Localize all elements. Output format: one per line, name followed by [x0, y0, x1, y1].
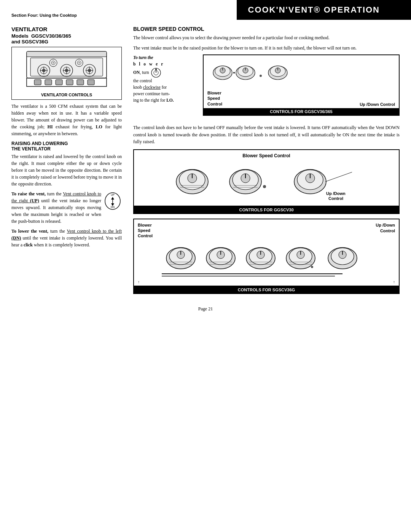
svg-marker-34 — [111, 197, 114, 200]
sgscv36g-knobs-svg — [138, 240, 395, 278]
ventilator-controls-label: VENTILATOR CONTROLS — [14, 93, 119, 97]
svg-point-67 — [263, 185, 266, 188]
svg-line-72 — [325, 172, 352, 182]
svg-point-20 — [53, 62, 54, 64]
raising-body: The ventilator is raised and lowered by … — [11, 153, 122, 187]
svg-rect-1 — [27, 51, 107, 57]
ctrl30-footer: CONTROLS FOR GGSCV30 — [134, 206, 399, 213]
svg-point-54 — [260, 75, 262, 77]
page: Section Four: Using the Cooktop COOK'N'V… — [0, 0, 411, 532]
ctrlsg-blower-pointer: ↑ — [138, 280, 140, 284]
left-column: VENTILATOR Models GGSCV30/36/365and SGSC… — [11, 26, 129, 299]
ctrlsg-blower-label: BlowerSpeedControl — [138, 222, 153, 239]
svg-rect-26 — [45, 80, 52, 85]
ctrl30-title: Blower Speed Control — [138, 153, 395, 158]
svg-point-103 — [311, 266, 313, 268]
blower-body1: The blower control allows you to select … — [133, 34, 400, 42]
svg-rect-27 — [56, 80, 62, 85]
header-black-square — [391, 0, 411, 20]
ctrlsg-updown-pointer: ↑ — [393, 280, 395, 284]
blower-on-instruction: To turn the b l o w e r ON, turn the con… — [133, 54, 200, 104]
section-label: Section Four: Using the Cooktop — [11, 13, 77, 18]
page-header: Section Four: Using the Cooktop COOK'N'V… — [0, 0, 411, 20]
section-text: Section Four: Using the Cooktop — [0, 0, 237, 20]
svg-text:Up /Down: Up /Down — [326, 191, 346, 196]
svg-rect-30 — [88, 80, 94, 85]
svg-text:Control: Control — [328, 196, 343, 201]
ggscv36-controls: BlowerSpeedControl Up /Down Control CONT… — [203, 54, 400, 120]
svg-rect-28 — [66, 80, 73, 85]
page-number: Page 21 — [0, 306, 411, 316]
ventilator-body1: The ventilator is a 500 CFM exhaust syst… — [11, 103, 122, 137]
raising-title: RAISING AND LOWERINGTHE VENTILATOR — [11, 141, 122, 152]
svg-point-53 — [233, 72, 235, 73]
svg-text:UP: UP — [111, 193, 115, 196]
ventilator-diagram: VENTILATOR CONTROLS — [11, 47, 122, 100]
cooktop-illustration — [23, 50, 110, 89]
main-content: VENTILATOR Models GGSCV30/36/365and SGSC… — [0, 26, 411, 299]
ctrlsg-updown-label: Up /DownControl — [376, 222, 395, 239]
lower-instruction: To lower the vent, turn the Vent control… — [11, 228, 122, 248]
blower-on-knob-icon — [151, 68, 161, 78]
title-text: COOK'N'VENT® OPERATION — [248, 5, 380, 15]
right-column: BLOWER SPEED CONTROL The blower control … — [129, 26, 400, 299]
ggscv36-knobs-svg — [207, 58, 295, 88]
vent-control-dial: UP DN — [104, 190, 122, 211]
ggscv30-controls: Blower Speed Control — [133, 149, 400, 214]
blower-body2: The vent intake must be in the raised po… — [133, 45, 400, 52]
ventilator-models: Models GGSCV30/36/365and SGSCV36G — [11, 33, 122, 45]
ctrl36-blower-label: BlowerSpeedControl — [207, 90, 222, 107]
ventilator-title: VENTILATOR — [11, 26, 122, 32]
page-title: COOK'N'VENT® OPERATION — [237, 0, 392, 20]
raise-instruction: To raise the vent, turn the Vent control… — [11, 190, 122, 225]
blower-second-para: The control knob does not have to be tur… — [133, 124, 400, 145]
svg-rect-25 — [34, 80, 41, 85]
svg-point-23 — [78, 62, 80, 64]
ggscv30-knobs-svg: Up /Down Control — [138, 161, 395, 203]
ctrl36-updown-label: Up /Down Control — [360, 102, 395, 107]
header-right: COOK'N'VENT® OPERATION — [237, 0, 411, 20]
sgscv36g-controls: BlowerSpeedControl Up /DownControl — [133, 219, 400, 294]
svg-text:DN: DN — [111, 206, 115, 208]
ctrlsg-footer: CONTROLS FOR SGSCV36G — [134, 286, 399, 293]
svg-rect-29 — [77, 80, 84, 85]
ctrl36-footer: CONTROLS FOR GGSCV36/365 — [204, 108, 399, 115]
blower-title: BLOWER SPEED CONTROL — [133, 26, 400, 32]
svg-point-40 — [155, 69, 157, 70]
